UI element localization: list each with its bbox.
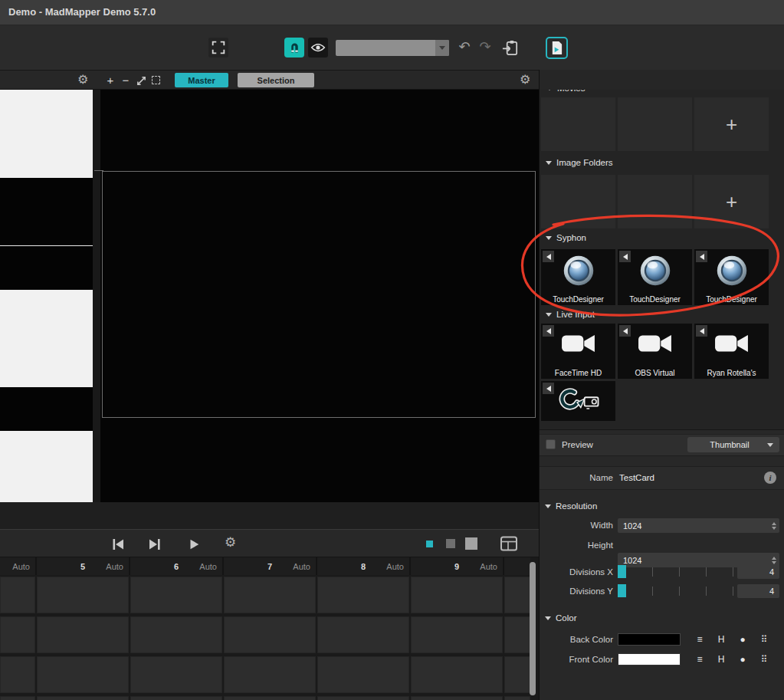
add-image-folder-tile[interactable]: + [694, 175, 769, 228]
transport-settings-gear-icon[interactable]: ⚙ [225, 537, 236, 549]
mapping-canvas[interactable] [100, 90, 539, 502]
media-tile-empty[interactable] [618, 97, 692, 151]
cue-cell[interactable] [0, 656, 35, 693]
cue-cell[interactable] [504, 656, 530, 693]
chevron-down-icon[interactable] [546, 90, 553, 90]
section-header-image-folders[interactable]: Image Folders [546, 158, 613, 167]
syphon-source-tile[interactable]: TouchDesigner [694, 249, 769, 305]
syphon-source-tile[interactable]: TouchDesigner [541, 249, 615, 305]
fit-view-button[interactable] [135, 74, 147, 87]
cue-size-small-button[interactable] [426, 541, 433, 547]
cue-cell[interactable] [224, 696, 316, 700]
section-header-syphon[interactable]: Syphon [546, 233, 586, 242]
cue-cell[interactable] [0, 577, 35, 613]
cue-scrollbar-thumb[interactable] [530, 562, 536, 695]
skip-end-button[interactable] [146, 536, 162, 552]
section-header-resolution[interactable]: Resolution [545, 501, 597, 511]
cue-cell[interactable] [504, 616, 530, 653]
cue-column-header[interactable]: 9Auto [411, 557, 503, 575]
snap-magnet-button[interactable] [284, 38, 304, 58]
cue-cell[interactable] [504, 577, 530, 613]
visibility-button[interactable] [308, 38, 328, 58]
media-tile-empty[interactable] [541, 175, 615, 228]
color-hue-button[interactable]: H [712, 633, 730, 646]
width-field[interactable]: 1024 [618, 518, 779, 533]
output-select-dropdown[interactable] [336, 40, 449, 56]
tab-selection[interactable]: Selection [238, 73, 314, 87]
color-lines-button[interactable]: ≡ [691, 652, 709, 666]
cue-cell[interactable] [37, 577, 129, 613]
color-palette-button[interactable]: ⠿ [755, 652, 773, 666]
quad-surface-outline[interactable] [102, 171, 536, 418]
cue-column-header[interactable]: 8Auto [317, 557, 409, 575]
stepper-arrows-icon[interactable] [772, 518, 776, 533]
cue-cell[interactable] [130, 577, 222, 613]
cue-cell[interactable] [0, 696, 35, 700]
cue-size-large-button[interactable] [465, 537, 477, 550]
undo-button[interactable]: ↶ [455, 38, 474, 56]
tab-master[interactable]: Master [175, 73, 228, 87]
cue-cell[interactable] [37, 656, 129, 693]
preview-settings-gear-icon[interactable]: ⚙ [77, 74, 88, 86]
live-input-tile[interactable]: FaceTime HD [541, 324, 615, 379]
divisions-y-value[interactable]: 4 [737, 584, 779, 598]
preview-mode-dropdown[interactable]: Thumbnail [687, 437, 779, 452]
cue-column-header[interactable]: Auto [0, 557, 35, 575]
color-hue-button[interactable]: H [712, 652, 730, 666]
cue-cell[interactable] [130, 616, 222, 653]
color-palette-button[interactable]: ⠿ [755, 633, 773, 646]
play-button[interactable] [185, 536, 202, 552]
cue-cell[interactable] [224, 616, 316, 653]
cue-cell[interactable] [224, 577, 316, 613]
back-color-swatch[interactable] [618, 633, 681, 646]
zoom-out-button[interactable]: − [120, 73, 132, 87]
cue-cell[interactable] [130, 696, 222, 700]
cue-cell[interactable] [317, 577, 409, 613]
skip-start-button[interactable] [110, 536, 126, 552]
divisions-x-slider-handle[interactable] [618, 565, 626, 578]
syphon-source-tile[interactable]: TouchDesigner [618, 249, 692, 305]
add-movie-tile[interactable]: + [694, 97, 769, 151]
cue-cell[interactable] [317, 616, 409, 653]
section-header-live-input[interactable]: Live Input [546, 310, 595, 319]
cue-column-header[interactable]: 7Auto [224, 557, 316, 575]
media-tile-empty[interactable] [541, 97, 615, 151]
front-color-swatch[interactable] [618, 653, 681, 665]
cue-cell[interactable] [411, 577, 503, 613]
cue-column-header[interactable]: 5Auto [37, 557, 129, 575]
divisions-x-slider-track[interactable] [626, 567, 733, 577]
cue-cell[interactable] [411, 616, 503, 653]
divisions-y-slider-handle[interactable] [618, 584, 626, 597]
cue-cell[interactable] [0, 616, 35, 653]
cue-cell[interactable] [411, 696, 503, 700]
cue-cell[interactable] [411, 656, 503, 693]
color-wheel-button[interactable]: ● [733, 652, 752, 666]
cue-cell[interactable] [317, 656, 409, 693]
live-input-tile[interactable]: Ryan Rotella's [694, 324, 769, 379]
canvas-settings-gear-icon[interactable]: ⚙ [520, 74, 530, 86]
cue-cell[interactable] [130, 656, 222, 693]
color-lines-button[interactable]: ≡ [691, 633, 709, 646]
zoom-in-button[interactable]: + [104, 73, 116, 87]
color-wheel-button[interactable]: ● [733, 633, 752, 646]
paste-button[interactable] [499, 38, 522, 58]
divisions-x-value[interactable]: 4 [737, 565, 779, 579]
cuelist-button[interactable] [499, 534, 519, 554]
cue-cell[interactable] [504, 696, 530, 700]
cue-cell[interactable] [37, 616, 129, 653]
cue-cell[interactable] [317, 696, 409, 700]
cue-column-header[interactable]: 6Auto [130, 557, 222, 575]
divisions-y-slider-track[interactable] [626, 587, 733, 596]
redo-button[interactable]: ↷ [476, 38, 494, 56]
name-value[interactable]: TestCard [619, 473, 654, 482]
section-header-color[interactable]: Color [545, 613, 576, 623]
selection-rect-button[interactable] [152, 76, 160, 84]
live-input-tile[interactable]: OBS Virtual [618, 324, 692, 379]
media-preview-button[interactable] [546, 37, 568, 59]
preview-checkbox[interactable] [546, 439, 556, 449]
cue-column-header[interactable] [504, 557, 530, 575]
info-icon[interactable]: i [764, 472, 776, 484]
fullscreen-button[interactable] [208, 38, 228, 58]
cue-cell[interactable] [37, 696, 129, 700]
cue-size-medium-button[interactable] [446, 539, 455, 548]
